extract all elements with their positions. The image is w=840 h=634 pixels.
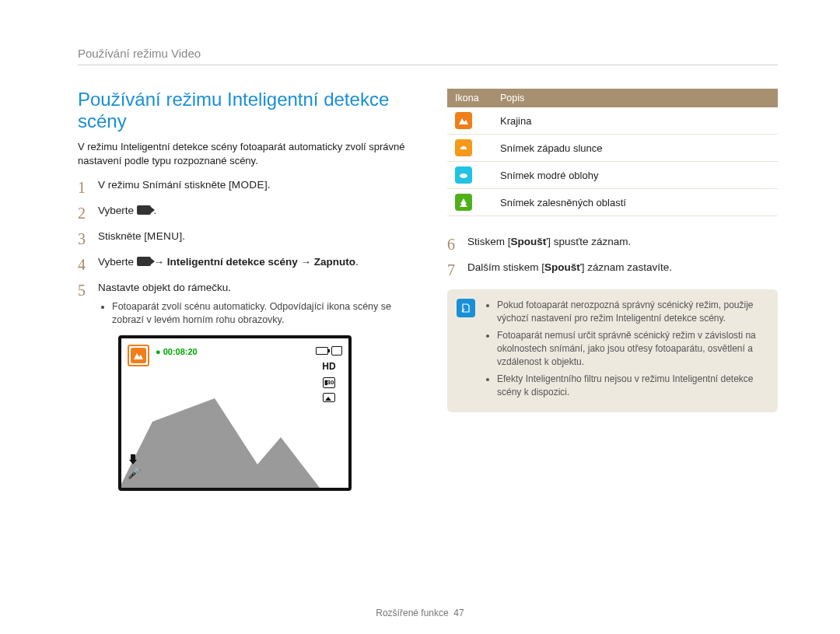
step-7: Dalším stiskem [Spoušť] záznam zastavíte…: [447, 261, 778, 275]
two-column-layout: Používání režimu Inteligentní detekce sc…: [78, 89, 778, 502]
page-footer: Rozšířené funkce 47: [0, 608, 840, 618]
note-icon: [457, 299, 475, 317]
table-row: Snímek modré oblohy: [447, 162, 778, 189]
intro-paragraph: V režimu Inteligentní detekce scény foto…: [78, 140, 408, 167]
svg-rect-1: [458, 149, 469, 153]
mic-icon: 🎤: [128, 466, 141, 482]
camera-preview-illustration: ● 00:08:20 HD ▮30 🎤: [118, 335, 352, 491]
note-item: Fotoaparát nemusí určit správně scénický…: [497, 329, 767, 370]
instruction-steps: V režimu Snímání stiskněte [MODE]. Vyber…: [78, 178, 408, 490]
table-row: Snímek západu slunce: [447, 135, 778, 162]
note-item: Pokud fotoaparát nerozpozná správný scén…: [497, 299, 767, 326]
sdcard-icon: [331, 346, 342, 356]
note-item: Efekty Inteligentního filtru nejsou v re…: [497, 373, 767, 400]
battery-icon: [316, 347, 328, 355]
step-2: Vyberte .: [78, 204, 408, 219]
th-desc: Popis: [492, 89, 778, 107]
step-6: Stiskem [Spoušť] spusťte záznam.: [447, 235, 778, 250]
step-3: Stiskněte [MENU].: [78, 229, 408, 244]
manual-page: Používání režimu Video Používání režimu …: [0, 0, 840, 525]
landscape-icon: [455, 112, 472, 129]
mountains-illustration: [121, 379, 352, 488]
mode-button-label: MODE: [232, 179, 264, 191]
page-title: Používání režimu Inteligentní detekce sc…: [78, 89, 408, 132]
forest-icon: [455, 194, 472, 211]
scene-icons-table: Ikona Popis Krajina: [447, 89, 778, 216]
rec-timer: ● 00:08:20: [156, 346, 198, 358]
menu-button-label: MENU: [147, 230, 179, 242]
th-icon: Ikona: [447, 89, 492, 107]
step-5: Nastavte objekt do rámečku. Fotoaparát z…: [78, 281, 408, 491]
table-row: Krajina: [447, 107, 778, 135]
step-5-note: Fotoaparát zvolí scénu automaticky. Odpo…: [112, 300, 408, 328]
video-mode-icon: [137, 257, 151, 266]
sunset-icon: [455, 139, 472, 156]
landscape-icon: [133, 350, 144, 361]
step-4: Vyberte → Inteligentní detekce scény → Z…: [78, 255, 408, 270]
breadcrumb: Používání režimu Video: [78, 47, 778, 60]
table-row: Snímek zalesněných oblastí: [447, 189, 778, 216]
video-mode-icon: [137, 205, 151, 215]
hand-shake-icon: [126, 452, 140, 466]
left-column: Používání režimu Inteligentní detekce sc…: [78, 89, 408, 502]
step-1: V režimu Snímání stiskněte [MODE].: [78, 178, 408, 193]
note-box: Pokud fotoaparát nerozpozná správný scén…: [447, 289, 778, 412]
divider: [78, 65, 778, 65]
svg-point-2: [460, 173, 467, 178]
right-column: Ikona Popis Krajina: [447, 89, 778, 502]
bluesky-icon: [455, 166, 472, 184]
scene-detect-icon: [128, 345, 149, 366]
instruction-steps-cont: Stiskem [Spoušť] spusťte záznam. Dalším …: [447, 235, 778, 275]
hd-indicator: HD: [322, 360, 335, 373]
